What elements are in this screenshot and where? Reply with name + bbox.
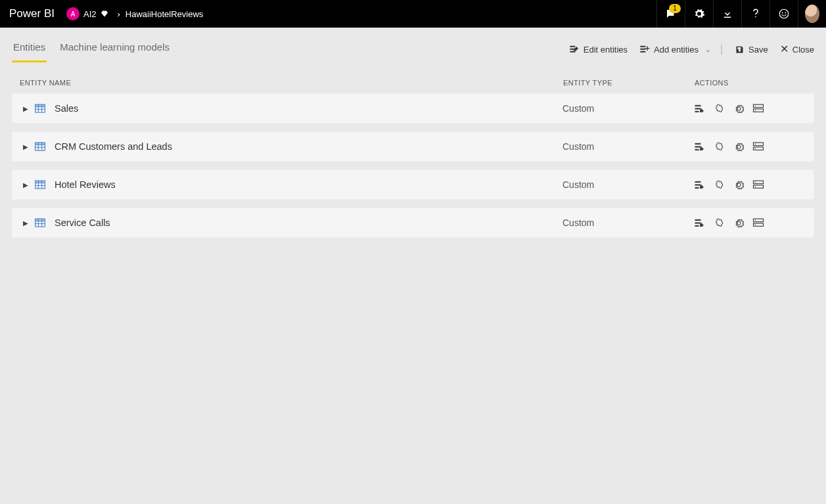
table-edit-icon[interactable] — [694, 103, 706, 114]
table-edit-icon[interactable] — [694, 218, 706, 228]
grid-header: ENTITY NAME ENTITY TYPE ACTIONS — [12, 64, 814, 93]
svg-point-22 — [755, 148, 756, 149]
svg-rect-18 — [35, 143, 45, 145]
svg-point-12 — [755, 110, 756, 111]
save-label: Save — [748, 45, 768, 55]
breadcrumb-item[interactable]: HawaiiHotelReviews — [126, 9, 204, 19]
server-icon[interactable] — [752, 218, 764, 228]
table-row[interactable]: ▶Service CallsCustom — [12, 208, 814, 238]
svg-rect-28 — [35, 181, 45, 183]
tab-entities[interactable]: Entities — [12, 36, 47, 62]
svg-point-32 — [755, 186, 756, 187]
brain-icon[interactable] — [714, 103, 725, 114]
help-button[interactable] — [741, 0, 769, 28]
svg-point-31 — [755, 182, 756, 183]
entity-rows: ▶SalesCustom▶CRM Customers and LeadsCust… — [12, 93, 814, 238]
col-header-type: ENTITY TYPE — [563, 79, 695, 87]
brain-icon[interactable] — [714, 218, 725, 228]
tab-ml-models[interactable]: Machine learning models — [58, 36, 171, 62]
notification-badge: 1 — [669, 4, 681, 13]
table-edit-icon[interactable] — [694, 179, 706, 190]
entity-actions — [694, 218, 806, 229]
table-icon — [35, 180, 45, 189]
table-icon — [35, 104, 45, 113]
table-icon — [35, 218, 45, 227]
entity-actions — [694, 141, 806, 152]
table-edit-icon[interactable] — [694, 141, 706, 152]
separator: | — [720, 43, 723, 55]
top-bar: Power BI A AI2 › HawaiiHotelReviews 1 — [0, 0, 826, 28]
edit-entities-button[interactable]: Edit entities — [569, 45, 628, 55]
close-button[interactable]: ✕ Close — [780, 44, 814, 55]
col-header-actions: ACTIONS — [695, 79, 806, 87]
add-entities-button[interactable]: Add entities ⌄ — [639, 45, 711, 55]
entity-type: Custom — [562, 141, 694, 152]
edit-entities-label: Edit entities — [584, 45, 628, 55]
server-icon[interactable] — [752, 103, 764, 114]
add-entities-label: Add entities — [654, 45, 699, 55]
entity-type: Custom — [562, 103, 694, 114]
table-row[interactable]: ▶Hotel ReviewsCustom — [12, 170, 814, 200]
workspace-avatar[interactable]: A — [66, 7, 80, 20]
svg-point-42 — [755, 224, 756, 225]
premium-diamond-icon — [101, 10, 108, 18]
svg-point-11 — [755, 106, 756, 107]
entity-name: Service Calls — [55, 218, 562, 228]
feedback-button[interactable] — [769, 0, 798, 28]
close-icon: ✕ — [780, 44, 789, 55]
workspace-name[interactable]: AI2 — [83, 9, 97, 19]
brain-icon[interactable] — [714, 141, 725, 152]
entity-actions — [694, 103, 806, 114]
notifications-button[interactable]: 1 — [656, 0, 685, 28]
svg-rect-38 — [35, 219, 45, 221]
settings-button[interactable] — [685, 0, 713, 28]
svg-rect-8 — [35, 104, 45, 106]
col-header-name: ENTITY NAME — [20, 79, 563, 87]
svg-point-2 — [785, 12, 786, 14]
top-actions: 1 — [656, 0, 826, 28]
expand-toggle[interactable]: ▶ — [20, 143, 31, 150]
table-icon — [35, 142, 45, 151]
entity-name: Hotel Reviews — [55, 179, 562, 190]
breadcrumb: A AI2 › HawaiiHotelReviews — [66, 7, 203, 20]
table-row[interactable]: ▶SalesCustom — [12, 93, 814, 124]
gear-icon[interactable] — [733, 103, 745, 114]
chevron-down-icon[interactable]: ⌄ — [705, 45, 711, 54]
breadcrumb-separator-icon: › — [118, 9, 120, 19]
save-button[interactable]: Save — [735, 45, 768, 55]
server-icon[interactable] — [752, 179, 764, 190]
entity-name: Sales — [55, 103, 562, 114]
entity-name: CRM Customers and Leads — [55, 141, 562, 152]
expand-toggle[interactable]: ▶ — [20, 181, 31, 189]
avatar — [805, 5, 819, 23]
svg-point-21 — [755, 144, 756, 145]
profile-button[interactable] — [798, 0, 826, 28]
tabs: Entities Machine learning models — [12, 36, 171, 62]
action-bar: Entities Machine learning models Edit en… — [12, 28, 814, 64]
brand-label: Power BI — [9, 7, 55, 20]
table-row[interactable]: ▶CRM Customers and LeadsCustom — [12, 131, 814, 162]
expand-toggle[interactable]: ▶ — [20, 105, 31, 112]
brain-icon[interactable] — [714, 179, 725, 190]
gear-icon[interactable] — [733, 179, 745, 191]
gear-icon[interactable] — [733, 218, 745, 229]
gear-icon[interactable] — [733, 141, 745, 152]
entity-actions — [694, 179, 806, 191]
expand-toggle[interactable]: ▶ — [20, 219, 31, 227]
svg-point-1 — [782, 12, 783, 14]
svg-point-41 — [755, 220, 756, 221]
entity-type: Custom — [562, 218, 694, 228]
close-label: Close — [792, 45, 814, 55]
server-icon[interactable] — [752, 141, 764, 152]
download-button[interactable] — [713, 0, 741, 28]
entity-type: Custom — [562, 179, 694, 190]
svg-point-0 — [779, 9, 789, 18]
